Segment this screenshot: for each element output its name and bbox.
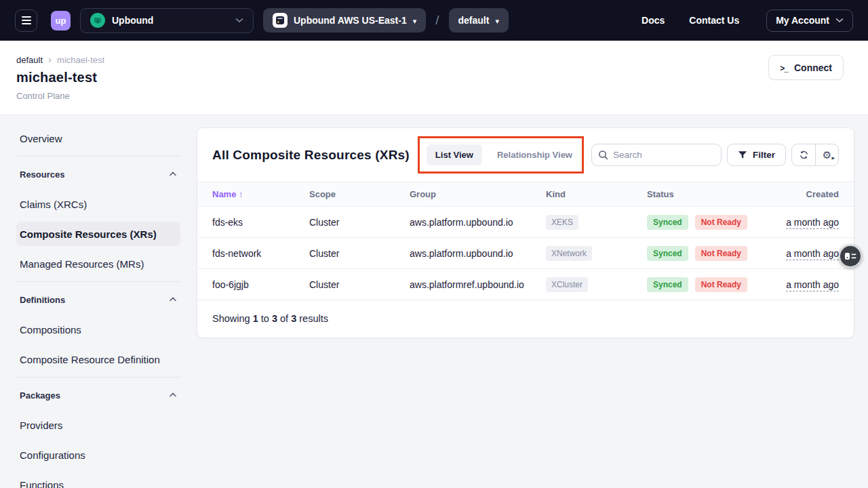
search-icon — [598, 150, 608, 163]
org-avatar-icon — [90, 13, 105, 28]
column-header-group[interactable]: Group — [410, 189, 546, 199]
sidebar: Overview Resources Claims (XRCs) Composi… — [0, 115, 197, 488]
search-box — [591, 144, 722, 166]
group-selector-label: default — [458, 15, 490, 26]
cell-scope: Cluster — [309, 217, 410, 228]
cell-name: foo-6jgjb — [212, 279, 309, 290]
docs-link[interactable]: Docs — [642, 15, 665, 26]
sort-ascending-icon: ↑ — [239, 189, 243, 199]
breadcrumb: default michael-test — [16, 54, 852, 65]
gear-icon — [823, 149, 831, 161]
sidebar-item-compositions[interactable]: Compositions — [16, 317, 180, 342]
sidebar-item-managed-resources[interactable]: Managed Resources (MRs) — [16, 251, 180, 276]
filter-button[interactable]: Filter — [727, 144, 786, 166]
auto-refresh-settings-button[interactable] — [815, 144, 838, 165]
sidebar-section-packages[interactable]: Packages — [16, 383, 180, 407]
caret-down-icon — [495, 15, 499, 26]
sidebar-item-providers[interactable]: Providers — [16, 413, 180, 437]
column-header-status[interactable]: Status — [647, 189, 774, 199]
my-account-label: My Account — [776, 15, 829, 26]
filter-funnel-icon — [738, 150, 747, 159]
chevron-up-icon — [169, 296, 177, 304]
search-input[interactable] — [591, 144, 722, 166]
cell-group: aws.platform.upbound.io — [410, 217, 546, 228]
refresh-icon — [799, 150, 809, 160]
kind-badge: XEKS — [546, 215, 578, 230]
column-header-kind[interactable]: Kind — [546, 189, 647, 199]
status-badge-synced: Synced — [647, 277, 688, 292]
chevron-up-icon — [169, 170, 177, 178]
table-row[interactable]: fds-network Cluster aws.platform.upbound… — [197, 238, 854, 269]
column-header-name[interactable]: Name ↑ — [212, 189, 309, 199]
control-plane-selector-label: Upbound AWS US-East-1 — [294, 15, 407, 26]
created-tooltip-text[interactable]: a month ago — [786, 248, 839, 260]
results-summary: Showing 1 to 3 of 3 results — [197, 300, 854, 338]
hamburger-icon — [22, 16, 31, 18]
sidebar-item-overview[interactable]: Overview — [16, 126, 180, 150]
filter-button-label: Filter — [753, 150, 775, 160]
caret-down-icon — [413, 15, 417, 26]
relationship-view-tab[interactable]: Relationship View — [494, 144, 575, 165]
breadcrumb-current: michael-test — [57, 55, 104, 65]
group-selector[interactable]: default — [449, 8, 509, 33]
sidebar-section-label: Resources — [20, 169, 64, 180]
list-view-tab[interactable]: List View — [427, 144, 482, 165]
path-separator: / — [435, 13, 439, 28]
sidebar-item-claims[interactable]: Claims (XRCs) — [16, 192, 180, 216]
chevron-down-icon — [835, 18, 844, 23]
terminal-icon — [780, 62, 788, 73]
status-badge-not-ready: Not Ready — [695, 246, 747, 261]
chevron-right-icon — [48, 54, 52, 65]
cell-name: fds-network — [212, 248, 309, 259]
content-area: Overview Resources Claims (XRCs) Composi… — [0, 115, 868, 488]
refresh-button[interactable] — [792, 144, 815, 165]
cell-scope: Cluster — [309, 279, 410, 290]
org-selector-label: Upbound — [112, 15, 153, 26]
status-badge-synced: Synced — [647, 246, 688, 261]
cell-scope: Cluster — [309, 248, 410, 259]
feedback-widget-button[interactable] — [839, 245, 862, 268]
my-account-button[interactable]: My Account — [766, 9, 853, 32]
cell-name: fds-eks — [212, 217, 309, 228]
control-plane-icon — [273, 13, 288, 28]
sidebar-item-functions[interactable]: Functions — [16, 472, 180, 488]
created-tooltip-text[interactable]: a month ago — [786, 217, 839, 229]
org-selector[interactable]: Upbound — [80, 8, 254, 33]
feedback-widget-icon — [845, 252, 856, 260]
page-title: michael-test — [16, 70, 852, 85]
table-row[interactable]: foo-6jgjb Cluster aws.platformref.upboun… — [197, 269, 854, 300]
status-badge-synced: Synced — [647, 215, 688, 230]
sidebar-divider — [16, 156, 180, 157]
page-subtitle: Control Plane — [16, 91, 852, 101]
chevron-up-icon — [169, 391, 177, 399]
upbound-logo[interactable]: up — [51, 11, 71, 30]
page-header: default michael-test michael-test Contro… — [0, 41, 868, 115]
column-header-created[interactable]: Created — [774, 189, 839, 199]
panel-header: All Composite Resources (XRs) List View … — [197, 128, 854, 182]
column-header-scope[interactable]: Scope — [309, 189, 410, 199]
contact-us-link[interactable]: Contact Us — [689, 15, 739, 26]
breadcrumb-parent-link[interactable]: default — [16, 55, 43, 65]
connect-button-label: Connect — [794, 62, 832, 73]
cell-group: aws.platformref.upbound.io — [410, 279, 546, 290]
chevron-down-icon — [235, 18, 243, 23]
sidebar-item-composite-resource-definition[interactable]: Composite Resource Definition — [16, 347, 180, 371]
app-root: up Upbound — [0, 0, 868, 488]
connect-button[interactable]: Connect — [768, 55, 844, 80]
table-header-row: Name ↑ Scope Group Kind Status Created — [197, 182, 854, 207]
status-badge-not-ready: Not Ready — [695, 215, 747, 230]
sidebar-section-resources[interactable]: Resources — [16, 162, 180, 186]
control-plane-selector[interactable]: Upbound AWS US-East-1 — [263, 8, 426, 33]
table-row[interactable]: fds-eks Cluster aws.platform.upbound.io … — [197, 207, 854, 238]
menu-button[interactable] — [15, 9, 37, 32]
created-tooltip-text[interactable]: a month ago — [786, 279, 839, 291]
sidebar-item-composite-resources[interactable]: Composite Resources (XRs) — [16, 222, 180, 246]
kind-badge: XCluster — [546, 277, 588, 292]
kind-badge: XNetwork — [546, 246, 592, 261]
sidebar-section-definitions[interactable]: Definitions — [16, 287, 180, 312]
sidebar-section-label: Definitions — [20, 295, 65, 305]
sidebar-item-configurations[interactable]: Configurations — [16, 443, 180, 467]
view-toggle-annotation-box: List View Relationship View — [418, 136, 584, 174]
sidebar-divider — [16, 377, 180, 378]
table-actions-group — [791, 144, 839, 166]
